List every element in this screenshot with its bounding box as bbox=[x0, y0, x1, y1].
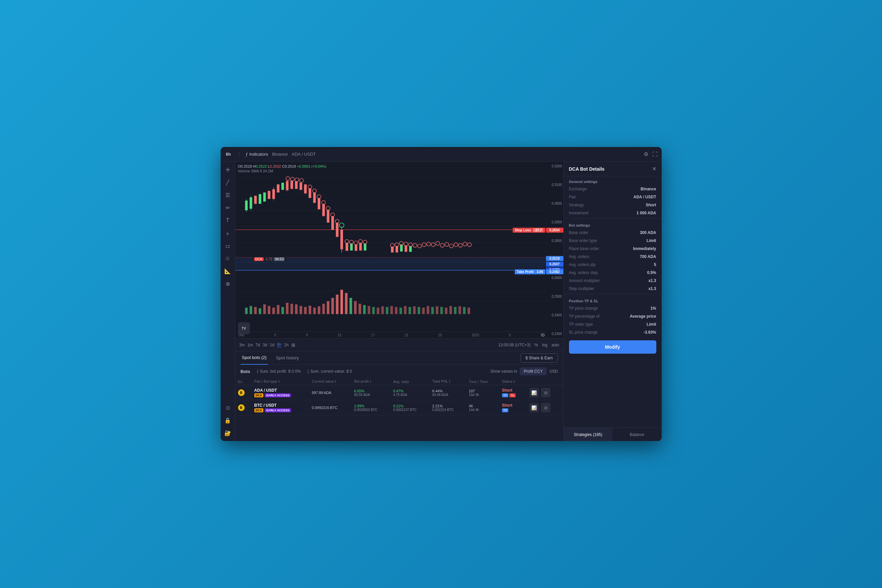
close-button[interactable]: ✕ bbox=[652, 166, 656, 172]
tf-1m[interactable]: 1m bbox=[248, 343, 253, 347]
lock-tool[interactable]: 🔒 bbox=[222, 415, 233, 426]
svg-rect-26 bbox=[281, 183, 284, 190]
tf-1h[interactable]: 1h bbox=[284, 343, 288, 347]
ruler-tool[interactable]: 📐 bbox=[222, 266, 233, 276]
stop-button-1[interactable]: ⊘ bbox=[541, 388, 550, 398]
right-panel: DCA Bot Details ✕ General settings Excha… bbox=[563, 162, 662, 441]
svg-rect-105 bbox=[327, 301, 329, 314]
current-timeframe[interactable]: 6h bbox=[225, 151, 232, 158]
svg-rect-65 bbox=[395, 246, 398, 252]
stop-button-2[interactable]: ⊘ bbox=[541, 403, 550, 412]
chart-area: O0.2518 H0.2522 L0.2502 C0.2519 +0.0001 … bbox=[236, 162, 563, 338]
pattern-tool[interactable]: ⚏ bbox=[222, 240, 233, 251]
auto-btn[interactable]: auto bbox=[551, 343, 559, 347]
exchange-label: Binance bbox=[272, 152, 288, 157]
svg-rect-89 bbox=[254, 307, 256, 314]
tf-more[interactable]: ⊞ bbox=[291, 342, 296, 348]
modify-button[interactable]: Modify bbox=[569, 340, 656, 354]
right-panel-header: DCA Bot Details ✕ bbox=[564, 162, 662, 176]
price-marker-2: 0.2507 bbox=[546, 262, 563, 267]
svg-rect-20 bbox=[259, 194, 261, 204]
svg-rect-91 bbox=[263, 304, 266, 314]
binance-icon-1: B bbox=[238, 389, 244, 396]
tf-6h[interactable]: 6h bbox=[277, 342, 281, 347]
tf-7d[interactable]: 7d bbox=[256, 343, 260, 347]
svg-rect-134 bbox=[458, 306, 461, 314]
stats-button-2[interactable]: 📊 bbox=[530, 403, 538, 412]
bottom-controls: 3m 1m 7d 3d 1d 6h 1h ⊞ 13:05:08 (UTC+3) … bbox=[236, 338, 563, 351]
node-tool[interactable]: ⟁ bbox=[222, 228, 233, 238]
magnet-tool[interactable]: ⊙ bbox=[222, 402, 233, 413]
stop-loss-price: 0.2654 bbox=[546, 228, 563, 232]
cell-txns-2: 46 14d 4h bbox=[466, 400, 499, 416]
tf-1d[interactable]: 1d bbox=[270, 343, 274, 347]
svg-rect-111 bbox=[354, 301, 357, 314]
tabs-row: Spot bots (2) Spot history $ Share & Ear… bbox=[236, 351, 563, 364]
svg-rect-100 bbox=[304, 307, 307, 314]
cell-status-2: Short TP bbox=[500, 400, 525, 416]
settings-tp-percentage: TP percentage of Average price bbox=[564, 312, 662, 320]
trend-line-tool[interactable]: ╱ bbox=[222, 177, 233, 188]
binance-icon-2: B bbox=[238, 404, 244, 411]
settings-avg-orders-qty: Avg. orders qty 5 bbox=[564, 261, 662, 268]
cell-actions-2: 📊 ⊘ bbox=[525, 400, 563, 416]
timeframe-list: 3m 1m 7d 3d 1d 6h 1h ⊞ bbox=[239, 342, 296, 348]
take-profit-price: 0.2482 bbox=[546, 269, 563, 274]
indicators-button[interactable]: ƒ Indicators bbox=[246, 152, 268, 157]
dca-tag-2: DCA bbox=[254, 408, 264, 412]
tf-3d[interactable]: 3d bbox=[262, 343, 267, 347]
bots-title: Bots bbox=[241, 369, 250, 374]
tp-sl-title: Position TP & SL bbox=[564, 296, 662, 304]
svg-rect-124 bbox=[413, 306, 416, 314]
chart-settings-gear[interactable]: ⚙ bbox=[541, 332, 545, 338]
text-tool[interactable]: T bbox=[222, 215, 233, 226]
cell-txns-1: 107 14d 3h bbox=[466, 386, 499, 400]
horizontal-line-tool[interactable]: ☰ bbox=[222, 190, 233, 200]
svg-rect-97 bbox=[290, 304, 293, 314]
svg-rect-102 bbox=[313, 308, 316, 314]
stats-button-1[interactable]: 📊 bbox=[530, 388, 538, 398]
svg-rect-47 bbox=[331, 216, 334, 230]
svg-rect-119 bbox=[390, 306, 393, 314]
general-settings-title: General settings bbox=[564, 176, 662, 185]
tf-3m[interactable]: 3m bbox=[239, 343, 245, 347]
svg-rect-37 bbox=[308, 188, 311, 198]
svg-rect-99 bbox=[299, 306, 302, 314]
svg-rect-95 bbox=[281, 307, 284, 314]
top-bar: 6h ⋮ ƒ Indicators Binance ADA / USDT ⚙ ⛶ bbox=[220, 147, 662, 162]
cell-value-2: 0.0992216 BTC bbox=[309, 400, 351, 416]
expand-icon[interactable]: ⛶ bbox=[652, 152, 658, 158]
early-access-tag-2: EARLY ACCESS bbox=[265, 408, 291, 412]
profit-ccy-button[interactable]: Profit CCY bbox=[520, 368, 547, 375]
settings-icon[interactable]: ⚙ bbox=[644, 151, 648, 158]
col-actions bbox=[525, 378, 563, 386]
cell-profit-2: 2.99% 0.0029923 BTC bbox=[351, 400, 390, 416]
svg-rect-45 bbox=[327, 210, 329, 223]
svg-rect-67 bbox=[404, 245, 407, 252]
tab-balance[interactable]: Balance bbox=[613, 428, 662, 441]
log-btn[interactable]: log bbox=[542, 343, 548, 347]
svg-rect-129 bbox=[436, 306, 438, 314]
lock2-tool[interactable]: 🔐 bbox=[222, 428, 233, 438]
price-marker-1: 0.2519 bbox=[546, 256, 563, 261]
svg-rect-36 bbox=[304, 184, 307, 194]
tab-spot-bots[interactable]: Spot bots (2) bbox=[241, 351, 268, 364]
crosshair-tool[interactable]: ✛ bbox=[222, 164, 233, 175]
cell-exchange-2: B bbox=[236, 400, 252, 416]
zoom-tool[interactable]: ⊕ bbox=[222, 278, 233, 289]
svg-rect-43 bbox=[322, 204, 325, 216]
cell-exchange-1: B bbox=[236, 386, 252, 400]
usd-button[interactable]: USD bbox=[549, 369, 558, 374]
left-toolbar: ✛ ╱ ☰ ✏ T ⟁ ⚏ ☺ 📐 ⊕ ⊙ 🔒 🔐 bbox=[220, 162, 236, 441]
price-axis: 0.3200 0.3100 0.3000 0.2900 0.2800 0.270… bbox=[546, 162, 563, 338]
settings-amount-multiplier: Amount multiplier x1.3 bbox=[564, 277, 662, 285]
tab-strategies[interactable]: Strategies (195) bbox=[564, 428, 613, 441]
cell-actions-1: 📊 ⊘ bbox=[525, 386, 563, 400]
share-earn-button[interactable]: $ Share & Earn bbox=[520, 353, 558, 363]
early-access-tag-1: EARLY ACCESS bbox=[265, 393, 291, 398]
bot-settings-title: Bot settings bbox=[564, 220, 662, 229]
brush-tool[interactable]: ✏ bbox=[222, 202, 233, 213]
emoji-tool[interactable]: ☺ bbox=[222, 253, 233, 264]
tab-spot-history[interactable]: Spot history bbox=[274, 351, 300, 364]
percent-btn[interactable]: % bbox=[534, 343, 538, 347]
